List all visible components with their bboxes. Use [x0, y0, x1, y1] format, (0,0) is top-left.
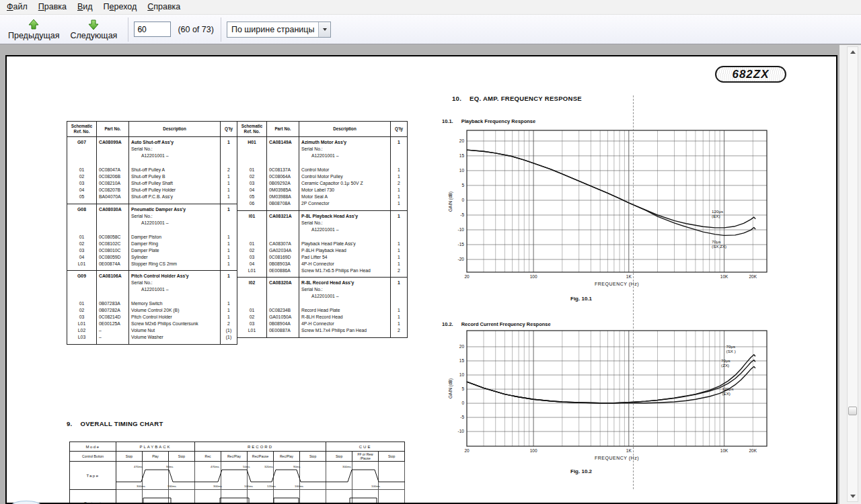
- svg-text:20: 20: [464, 448, 470, 453]
- model-logo: 682ZX: [715, 66, 786, 83]
- page-number-input[interactable]: [134, 22, 171, 37]
- zoom-level-value: По ширине страницы: [231, 25, 315, 34]
- next-page-button[interactable]: Следующая: [65, 15, 122, 44]
- svg-text:0: 0: [461, 198, 464, 202]
- toolbar: Предыдущая Следующая (60 of 73) По ширин…: [0, 15, 861, 44]
- table-row: 030C08010CDamper Plate1: [67, 247, 237, 254]
- toolbar-separator: [221, 17, 221, 42]
- svg-text:120μs(EX): 120μs(EX): [712, 209, 723, 218]
- menu-item-go[interactable]: Переход: [98, 1, 143, 13]
- section-9-heading: 9.OVERALL TIMING CHART: [67, 420, 163, 427]
- table-row: A12201001 –: [237, 293, 408, 300]
- svg-text:20K: 20K: [749, 448, 757, 453]
- table-row: 030B09292ACeramic Capacitor 0.1μ 50V Z2: [237, 180, 408, 187]
- document-page: 682ZX Schematic Ref. No.Part No.Descript…: [5, 55, 837, 504]
- table-row: Control ButtonStopPlayStopRecRec/PlayRec…: [70, 452, 405, 462]
- table-row: Serial No.:: [237, 286, 408, 293]
- svg-text:20K: 20K: [749, 274, 757, 279]
- table-row: [237, 233, 408, 241]
- table-row: 030C08169DPad Lifter 541: [237, 254, 408, 261]
- svg-text:1K: 1K: [626, 274, 632, 279]
- svg-text:120μs(EX): 120μs(EX): [722, 386, 734, 396]
- table-row: L010E00125AScrew M2x6 Philips Countersun…: [67, 321, 237, 327]
- parts-table-right: Schematic Ref. No.Part No.DescriptionQ't…: [237, 121, 408, 338]
- zoom-level-select[interactable]: По ширине страницы: [227, 22, 332, 38]
- svg-text:10: 10: [459, 168, 465, 173]
- table-header-row: Schematic Ref. No.Part No.DescriptionQ't…: [67, 122, 237, 137]
- down-arrow-icon: [87, 19, 100, 30]
- scrollbar-thumb[interactable]: [848, 407, 857, 415]
- table-row: 060B08708A2P Connector1: [237, 200, 408, 207]
- svg-text:100: 100: [530, 274, 537, 279]
- table-row: 030C08214DPitch Control Holder1: [67, 314, 237, 321]
- table-row: 030B08904A4P-H Connector1: [237, 321, 408, 327]
- table-row: 010C08234BRecord Head Plate1: [237, 307, 408, 314]
- table-row: L02–Volume Nut(1): [67, 327, 237, 334]
- table-row: 040M03985AMotor Label 7301: [237, 187, 408, 194]
- parts-table: Schematic Ref. No.Part No.DescriptionQ't…: [237, 121, 408, 338]
- scrollbar-gutter: [839, 45, 861, 504]
- scroll-down-arrow-icon[interactable]: [848, 491, 858, 501]
- svg-text:-10: -10: [458, 227, 465, 232]
- svg-text:GAIN (dB): GAIN (dB): [448, 192, 453, 212]
- table-row: 010B07283AMemory Switch1: [67, 300, 237, 307]
- table-row: A12201001 –: [67, 220, 237, 226]
- svg-text:15: 15: [459, 358, 465, 363]
- menu-item-view[interactable]: Вид: [72, 1, 98, 13]
- table-row: G08CA08030APneumatic Damper Ass'y1: [67, 204, 237, 213]
- toolbar-separator: [128, 17, 128, 42]
- table-row: Serial No.:: [67, 213, 237, 220]
- table-row: ModePLAYBACKRECORDCUE: [70, 442, 405, 452]
- table-row: Tape: [70, 462, 405, 490]
- menu-item-edit[interactable]: Правка: [33, 1, 72, 13]
- svg-text:5: 5: [461, 386, 464, 391]
- table-row: [67, 159, 237, 167]
- scroll-up-arrow-icon[interactable]: [848, 47, 858, 57]
- svg-text:-5: -5: [460, 415, 464, 419]
- svg-text:20: 20: [459, 344, 465, 349]
- column-header: Description: [129, 122, 221, 137]
- document-view: 682ZX Schematic Ref. No.Part No.Descript…: [0, 45, 839, 504]
- table-row: 020C08206BShut-off Pulley B1: [67, 173, 237, 180]
- column-header: Q'ty: [221, 122, 237, 137]
- column-header: Q'ty: [391, 122, 408, 137]
- table-row: [237, 159, 408, 167]
- column-header: Schematic Ref. No.: [237, 122, 267, 137]
- parts-table-left: Schematic Ref. No.Part No.DescriptionQ't…: [67, 121, 237, 345]
- figure-10-2-caption: Fig. 10.2: [570, 468, 592, 474]
- svg-text:GAIN (dB): GAIN (dB): [448, 378, 453, 398]
- svg-text:1K: 1K: [626, 448, 632, 453]
- menu-item-help[interactable]: Справка: [142, 1, 186, 13]
- table-row: 040C08059DSylinder1: [67, 254, 237, 261]
- table-row: H01CA08149AAzimuth Motor Ass'y1: [237, 137, 408, 146]
- table-row: [237, 300, 408, 307]
- table-row: [67, 293, 237, 300]
- table-row: 010C08058CDamper Piston1: [67, 234, 237, 241]
- menu-item-file[interactable]: Файл: [1, 1, 33, 13]
- svg-text:10: 10: [459, 372, 465, 377]
- chevron-down-icon[interactable]: [318, 22, 330, 37]
- vertical-scrollbar[interactable]: [847, 46, 858, 502]
- timing-table: ModePLAYBACKRECORDCUEControl ButtonStopP…: [69, 442, 405, 504]
- svg-text:20: 20: [464, 274, 470, 279]
- table-row: 010C08137AControl Motor1: [237, 167, 408, 173]
- table-header-row: Schematic Ref. No.Part No.DescriptionQ't…: [237, 122, 408, 137]
- table-row: Serial No.:: [67, 280, 237, 286]
- svg-text:-20: -20: [458, 257, 465, 261]
- table-row: L010E00887AScrew M1.7x4 Philips Pan Head…: [237, 327, 408, 334]
- playback-frequency-response-chart: 20151050-5-10-15-20201001K10K20K120μs(EX…: [445, 126, 795, 288]
- table-row: [237, 334, 408, 337]
- svg-text:-15: -15: [458, 242, 465, 247]
- table-row: L03–Volume Washer(1): [67, 334, 237, 341]
- page-fold-mark: [633, 95, 634, 489]
- menu-bar: ФайлПравкаВидПереходСправка: [0, 0, 861, 15]
- table-row: 02GA02034AP-8LH Playback Head1: [237, 247, 408, 254]
- parts-table: Schematic Ref. No.Part No.DescriptionQ't…: [67, 121, 237, 345]
- column-header: Description: [299, 122, 391, 137]
- svg-text:5: 5: [461, 183, 464, 187]
- previous-page-button[interactable]: Предыдущая: [3, 15, 65, 44]
- table-row: 05BA04070AShut-off P.C.B. Ass'y1: [67, 194, 237, 200]
- table-row: A12201001 –: [237, 153, 408, 159]
- svg-text:-5: -5: [460, 212, 464, 217]
- table-row: 030C08210AShut-off Pulley Shaft1: [67, 180, 237, 187]
